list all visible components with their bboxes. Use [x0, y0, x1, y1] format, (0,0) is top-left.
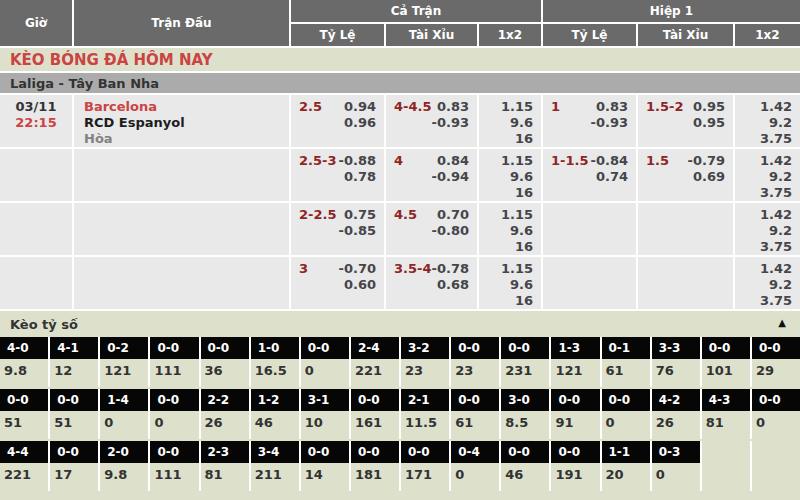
score-odds-cell[interactable]: 4-381	[702, 389, 750, 439]
score-odds-cell[interactable]: 1-120	[602, 441, 650, 491]
odds-value[interactable]: -0.93	[591, 115, 628, 131]
odds-value[interactable]: -0.70	[339, 261, 376, 277]
odds-value[interactable]: 0.95	[693, 115, 725, 131]
score-odds-cell[interactable]: 3-110	[301, 389, 349, 439]
odds-value[interactable]: 0.95	[693, 99, 725, 115]
score-odds-cell[interactable]: 0-00	[150, 389, 198, 439]
odds-value[interactable]: 16	[515, 239, 533, 255]
odds-value[interactable]: 0.75	[339, 207, 376, 223]
score-odds-cell[interactable]: 3-223	[401, 337, 449, 387]
fulltime-1x2-cell[interactable]: 1.159.616	[479, 257, 541, 309]
score-odds-cell[interactable]: 1-246	[251, 389, 299, 439]
odds-value[interactable]: -0.94	[432, 169, 469, 185]
odds-value[interactable]: 0.70	[432, 207, 469, 223]
odds-value[interactable]: -0.78	[432, 261, 469, 277]
odds-value[interactable]: 0.69	[688, 169, 725, 185]
score-odds-cell[interactable]: 0-061	[451, 389, 499, 439]
score-odds-cell[interactable]: 2-381	[201, 441, 249, 491]
odds-value[interactable]: 1.42	[760, 153, 792, 169]
score-odds-cell[interactable]: 0-017	[50, 441, 98, 491]
collapse-section-icon[interactable]: ▲	[778, 317, 786, 328]
score-odds-cell[interactable]: 0-091	[551, 389, 599, 439]
odds-value[interactable]: 0.84	[432, 153, 469, 169]
score-odds-cell[interactable]: 4-09.8	[0, 337, 48, 387]
score-odds-cell[interactable]: 3-376	[652, 337, 700, 387]
odds-value[interactable]: 9.2	[769, 169, 792, 185]
score-odds-cell[interactable]: 0-0171	[401, 441, 449, 491]
odds-value[interactable]: 1.15	[501, 99, 533, 115]
odds-value[interactable]: 0.78	[339, 169, 376, 185]
fulltime-handicap-cell[interactable]: 2.5-3-0.880.78	[291, 149, 384, 201]
fulltime-overunder-cell[interactable]: 3.5-4-0.780.68	[386, 257, 477, 309]
odds-value[interactable]: 3.75	[760, 293, 792, 309]
score-odds-cell[interactable]: 0-0181	[351, 441, 399, 491]
score-odds-cell[interactable]: 1-40	[100, 389, 148, 439]
score-odds-cell[interactable]: 4-112	[50, 337, 98, 387]
score-odds-cell[interactable]: 0-014	[301, 441, 349, 491]
score-odds-cell[interactable]: 0-40	[451, 441, 499, 491]
score-odds-cell[interactable]: 2-226	[201, 389, 249, 439]
fulltime-1x2-cell[interactable]: 1.159.616	[479, 203, 541, 255]
odds-value[interactable]: 1.15	[501, 153, 533, 169]
odds-value[interactable]: -0.80	[432, 223, 469, 239]
fulltime-overunder-cell[interactable]: 40.84-0.94	[386, 149, 477, 201]
score-odds-cell[interactable]: 3-4211	[251, 441, 299, 491]
score-odds-cell[interactable]: 0-30	[652, 441, 700, 491]
odds-value[interactable]: 9.2	[769, 115, 792, 131]
odds-value[interactable]: 9.6	[510, 169, 533, 185]
odds-value[interactable]: 0.60	[339, 277, 376, 293]
odds-value[interactable]: -0.85	[339, 223, 376, 239]
score-odds-cell[interactable]: 0-0191	[551, 441, 599, 491]
score-odds-cell[interactable]: 0-0111	[150, 337, 198, 387]
fulltime-handicap-cell[interactable]: 2.50.940.96	[291, 95, 384, 147]
score-odds-cell[interactable]: 0-00	[301, 337, 349, 387]
league-header[interactable]: Laliga - Tây Ban Nha	[0, 73, 800, 93]
fulltime-overunder-cell[interactable]: 4-4.50.83-0.93	[386, 95, 477, 147]
odds-value[interactable]: -0.84	[591, 153, 628, 169]
odds-value[interactable]: 16	[515, 131, 533, 147]
odds-value[interactable]: 16	[515, 185, 533, 201]
odds-value[interactable]: 3.75	[760, 131, 792, 147]
score-odds-cell[interactable]: 4-4221	[0, 441, 48, 491]
odds-value[interactable]: -0.93	[432, 115, 469, 131]
half1-1x2-cell[interactable]: 1.429.23.75	[735, 149, 800, 201]
odds-value[interactable]: 0.96	[344, 115, 376, 131]
score-odds-cell[interactable]: 0-0161	[351, 389, 399, 439]
odds-value[interactable]: 9.2	[769, 223, 792, 239]
score-odds-cell[interactable]: 0-036	[201, 337, 249, 387]
odds-value[interactable]: 1.42	[760, 99, 792, 115]
score-odds-cell[interactable]: 0-0101	[702, 337, 750, 387]
score-odds-cell[interactable]: 0-0231	[501, 337, 549, 387]
odds-value[interactable]: 0.83	[432, 99, 469, 115]
half1-overunder-cell[interactable]: 1.5-20.950.95	[638, 95, 733, 147]
half1-1x2-cell[interactable]: 1.429.23.75	[735, 203, 800, 255]
half1-overunder-cell[interactable]	[638, 257, 733, 309]
score-odds-cell[interactable]: 1-016.5	[251, 337, 299, 387]
score-odds-cell[interactable]: 2-4221	[351, 337, 399, 387]
score-odds-cell[interactable]: 0-00	[752, 389, 800, 439]
odds-value[interactable]: 0.68	[432, 277, 469, 293]
odds-value[interactable]: 0.83	[591, 99, 628, 115]
score-odds-cell[interactable]: 0-029	[752, 337, 800, 387]
odds-value[interactable]: 3.75	[760, 185, 792, 201]
score-odds-cell[interactable]: 0-2121	[100, 337, 148, 387]
score-odds-cell[interactable]: 0-051	[0, 389, 48, 439]
odds-value[interactable]: -0.79	[688, 153, 725, 169]
fulltime-1x2-cell[interactable]: 1.159.616	[479, 95, 541, 147]
fulltime-overunder-cell[interactable]: 4.50.70-0.80	[386, 203, 477, 255]
score-odds-cell[interactable]: 2-111.5	[401, 389, 449, 439]
odds-value[interactable]: 0.74	[591, 169, 628, 185]
score-odds-cell[interactable]: 0-023	[451, 337, 499, 387]
score-odds-cell[interactable]: 0-046	[501, 441, 549, 491]
half1-1x2-cell[interactable]: 1.429.23.75	[735, 95, 800, 147]
odds-value[interactable]: 9.6	[510, 277, 533, 293]
odds-value[interactable]: 1.42	[760, 207, 792, 223]
odds-value[interactable]: 3.75	[760, 239, 792, 255]
odds-value[interactable]: 1.42	[760, 261, 792, 277]
home-team[interactable]: Barcelona	[84, 99, 289, 115]
score-odds-cell[interactable]: 0-161	[602, 337, 650, 387]
score-odds-cell[interactable]: 0-00	[602, 389, 650, 439]
fulltime-handicap-cell[interactable]: 3-0.700.60	[291, 257, 384, 309]
score-odds-cell[interactable]: 2-09.8	[100, 441, 148, 491]
odds-value[interactable]: 1.15	[501, 207, 533, 223]
